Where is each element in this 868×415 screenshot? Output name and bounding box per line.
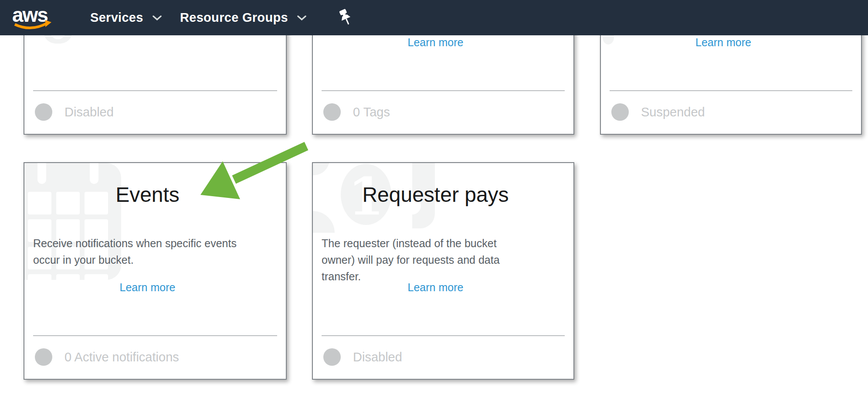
status-label: Disabled (353, 350, 402, 364)
status-row: 0 Active notifications (35, 347, 179, 367)
card-description: Receive notifications when specific even… (33, 235, 262, 268)
learn-more-link[interactable]: Learn more (322, 281, 549, 294)
card-requester-pays[interactable]: 1 Requester pays The requester (instead … (312, 162, 574, 380)
status-row: Suspended (611, 102, 705, 122)
status-label: 0 Active notifications (64, 350, 179, 364)
status-dot (323, 348, 341, 366)
aws-s3-properties-page: { "navbar": { "logo": "aws", "items": [ … (0, 0, 868, 415)
card-divider (322, 90, 565, 91)
top-navbar: aws Services Resource Groups (0, 0, 868, 35)
card-divider (610, 90, 852, 91)
status-dot (35, 103, 52, 121)
status-row: Disabled (323, 347, 402, 367)
pushpin-icon[interactable] (336, 8, 355, 28)
card-title: Requester pays (322, 183, 549, 207)
card-divider (322, 335, 565, 336)
card-events[interactable]: Events Receive notifications when specif… (24, 162, 287, 380)
learn-more-link[interactable]: Learn more (33, 281, 262, 294)
card-title: Events (33, 183, 262, 207)
card-description: The requester (instead of the bucket own… (322, 235, 549, 285)
chevron-down-icon (297, 15, 306, 20)
chevron-down-icon (153, 15, 162, 20)
status-dot (611, 103, 629, 121)
status-label: Disabled (64, 105, 114, 119)
status-dot (35, 348, 52, 366)
status-dot (323, 103, 341, 121)
aws-logo-text: aws (12, 4, 47, 26)
nav-item-resource-groups[interactable]: Resource Groups (180, 0, 306, 35)
card-divider (33, 335, 277, 336)
learn-more-link[interactable]: Learn more (322, 36, 549, 49)
card-divider (33, 90, 277, 91)
status-label: Suspended (641, 105, 705, 119)
status-label: 0 Tags (353, 105, 390, 119)
aws-logo[interactable]: aws (10, 4, 54, 31)
status-row: 0 Tags (323, 102, 390, 122)
learn-more-link[interactable]: Learn more (610, 36, 837, 49)
status-row: Disabled (35, 102, 114, 122)
nav-resource-groups-label: Resource Groups (180, 10, 288, 25)
nav-services-label: Services (90, 10, 143, 25)
nav-item-services[interactable]: Services (90, 0, 162, 35)
